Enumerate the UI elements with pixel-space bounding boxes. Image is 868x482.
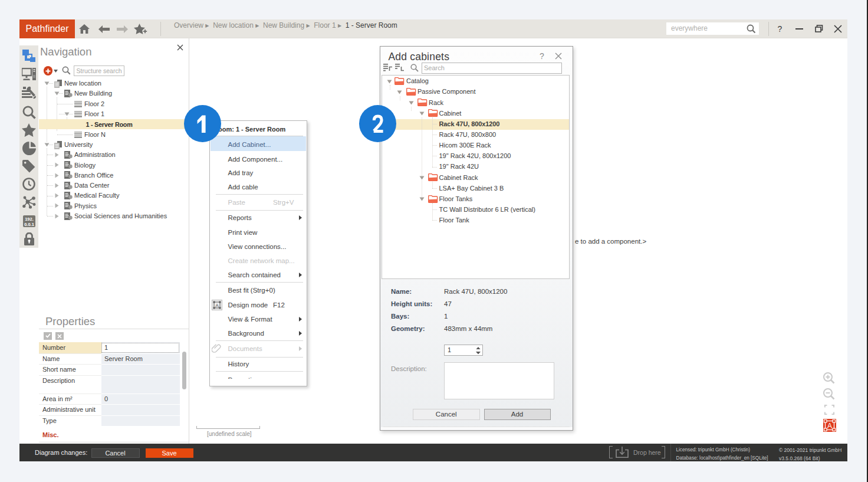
- svg-text:A: A: [827, 422, 832, 430]
- svg-text:A: A: [215, 302, 219, 308]
